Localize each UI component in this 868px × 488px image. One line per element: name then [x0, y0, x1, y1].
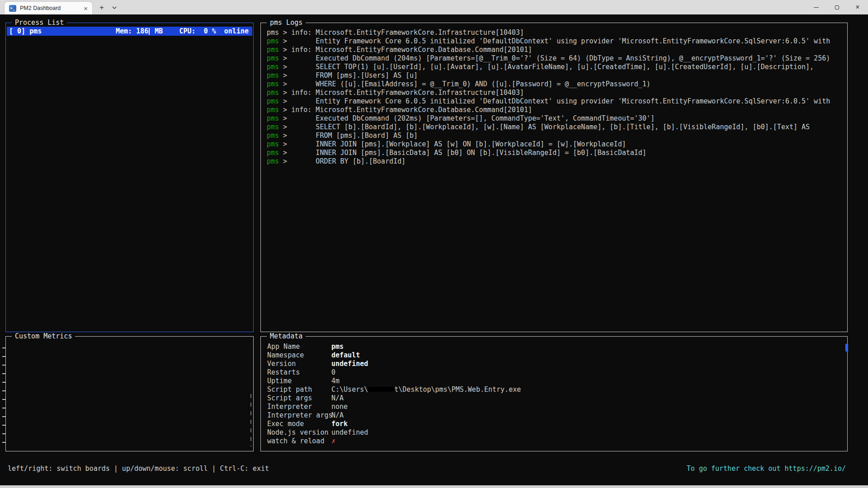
metadata-label: Interpreter [267, 403, 331, 411]
metadata-value: N/A [331, 394, 344, 403]
log-process-prefix: pms [267, 80, 279, 88]
log-line: pms > info: Microsoft.EntityFrameworkCor… [267, 106, 845, 114]
log-text: > INNER JOIN [pms].[BasicData] AS [b0] O… [279, 149, 646, 157]
logs-title: pms Logs [267, 19, 306, 27]
metadata-label: Node.js version [267, 428, 331, 437]
log-process-prefix: pms [267, 97, 279, 105]
metadata-row: Interpreter argsN/A [267, 411, 842, 420]
tab-close-icon[interactable]: × [83, 5, 89, 12]
powershell-icon: >_ [9, 5, 16, 12]
log-text: > info: Microsoft.EntityFrameworkCore.Da… [279, 46, 532, 54]
log-process-prefix: pms [267, 71, 279, 80]
log-line: pms > SELECT [b].[BoardId], [b].[Workpla… [267, 123, 845, 131]
log-text: > Entity Framework Core 6.0.5 initialize… [279, 37, 830, 45]
log-process-prefix: pms [267, 28, 279, 37]
log-line: pms > INNER JOIN [pms].[BasicData] AS [b… [267, 149, 845, 157]
metadata-row: Uptime4m [267, 377, 842, 385]
process-cpu-status: MB CPU: 0 % online [151, 27, 249, 36]
tab-bar: >_ PM2 Dashboard × + × [0, 0, 868, 14]
log-process-prefix: pms [267, 89, 279, 97]
log-line: pms > info: Microsoft.EntityFrameworkCor… [267, 89, 845, 97]
log-line: pms > WHERE ([u].[EmailAddress] = @__Tri… [267, 80, 845, 89]
metadata-value: none [331, 403, 348, 411]
metadata-row: App Namepms [267, 343, 842, 351]
metadata-row: Versionundefined [267, 360, 842, 368]
metadata-value: C:\Users\t\Desktop\pms\PMS.Web.Entry.exe [331, 385, 521, 394]
log-text: > ORDER BY [b].[BoardId] [279, 157, 406, 165]
metadata-row: Node.js versionundefined [267, 428, 842, 437]
keybind-help: left/right: switch boards | up/down/mous… [8, 465, 269, 473]
metadata-title: Metadata [267, 332, 306, 341]
log-line: pms > Executed DbCommand (202ms) [Parame… [267, 114, 845, 123]
metadata-value: default [331, 351, 360, 360]
process-row-pms[interactable]: [ 0] pms Mem: 186 MB CPU: 0 % online [7, 27, 252, 36]
log-process-prefix: pms [267, 140, 279, 148]
log-line: pms > Entity Framework Core 6.0.5 initia… [267, 97, 845, 106]
process-id-name: [ 0] pms [9, 27, 42, 36]
metadata-value: ✗ [331, 437, 335, 446]
custom-metrics-title: Custom Metrics [12, 332, 75, 341]
log-process-prefix: pms [267, 37, 279, 45]
log-process-prefix: pms [267, 106, 279, 114]
log-text: > Executed DbCommand (204ms) [Parameters… [279, 54, 830, 62]
status-bar: left/right: switch boards | up/down/mous… [8, 465, 846, 473]
metadata-label: Uptime [267, 377, 331, 385]
log-process-prefix: pms [267, 157, 279, 165]
metadata-row: watch & reload✗ [267, 437, 842, 446]
log-text: > info: Microsoft.EntityFrameworkCore.In… [279, 28, 524, 37]
metadata-label: Script args [267, 394, 331, 403]
metadata-rows: App NamepmsNamespacedefaultVersionundefi… [267, 343, 842, 446]
metadata-row: Exec modefork [267, 420, 842, 428]
logs-panel: pms Logs pms > info: Microsoft.EntityFra… [260, 23, 848, 332]
log-line: pms > Executed DbCommand (204ms) [Parame… [267, 54, 845, 63]
scrollbar-thumb[interactable] [845, 344, 848, 352]
log-process-prefix: pms [267, 131, 279, 140]
log-text: > Entity Framework Core 6.0.5 initialize… [279, 97, 830, 105]
metadata-label: Script path [267, 385, 331, 394]
tab-pm2-dashboard[interactable]: >_ PM2 Dashboard × [5, 2, 92, 14]
log-text: > info: Microsoft.EntityFrameworkCore.In… [279, 89, 524, 97]
pm2-link[interactable]: To go further check out https://pm2.io/ [687, 465, 846, 473]
log-text: > WHERE ([u].[EmailAddress] = @__Trim_0)… [279, 80, 651, 88]
terminal-cursor [149, 28, 150, 35]
log-line: pms > FROM [pms].[Board] AS [b] [267, 131, 845, 140]
log-line: pms > INNER JOIN [pms].[Workplace] AS [w… [267, 140, 845, 149]
log-text: > info: Microsoft.EntityFrameworkCore.Da… [279, 106, 532, 114]
process-list-title: Process List [12, 19, 67, 27]
metadata-value: fork [331, 420, 348, 428]
log-text: > SELECT [b].[BoardId], [b].[WorkplaceId… [279, 123, 810, 131]
log-lines[interactable]: pms > info: Microsoft.EntityFrameworkCor… [267, 28, 845, 166]
metadata-row: Namespacedefault [267, 351, 842, 360]
close-button[interactable]: × [847, 0, 868, 14]
metadata-label: App Name [267, 343, 331, 351]
log-process-prefix: pms [267, 149, 279, 157]
metadata-row: Restarts0 [267, 368, 842, 377]
tab-dropdown-button[interactable] [108, 2, 120, 14]
new-tab-button[interactable]: + [96, 2, 108, 14]
metadata-label: Restarts [267, 368, 331, 377]
log-process-prefix: pms [267, 114, 279, 122]
chevron-down-icon [112, 6, 117, 9]
metadata-panel: Metadata App NamepmsNamespacedefaultVers… [260, 336, 848, 451]
log-process-prefix: pms [267, 54, 279, 62]
metadata-value: 4m [331, 377, 340, 385]
log-line: pms > info: Microsoft.EntityFrameworkCor… [267, 28, 845, 37]
log-text: > INNER JOIN [pms].[Workplace] AS [w] ON… [279, 140, 626, 148]
window-controls: × [806, 0, 868, 14]
log-process-prefix: pms [267, 63, 279, 71]
log-line: pms > ORDER BY [b].[BoardId] [267, 157, 845, 166]
log-line: pms > Entity Framework Core 6.0.5 initia… [267, 37, 845, 46]
redacted-text [368, 387, 394, 392]
metadata-label: Interpreter args [267, 411, 331, 420]
log-text: > FROM [pms].[Users] AS [u] [279, 71, 418, 80]
maximize-button[interactable] [826, 0, 847, 14]
metadata-value: undefined [331, 428, 368, 437]
minimize-button[interactable] [806, 0, 826, 14]
log-text: > SELECT TOP(1) [u].[UserId], [u].[Avata… [279, 63, 814, 71]
process-stats: Mem: 186 MB CPU: 0 % online [116, 27, 249, 36]
metadata-row: Script argsN/A [267, 394, 842, 403]
log-process-prefix: pms [267, 123, 279, 131]
terminal-content: Process List [ 0] pms Mem: 186 MB CPU: 0… [0, 14, 868, 488]
metadata-value: pms [331, 343, 344, 351]
custom-metrics-panel: Custom Metrics [5, 336, 254, 451]
